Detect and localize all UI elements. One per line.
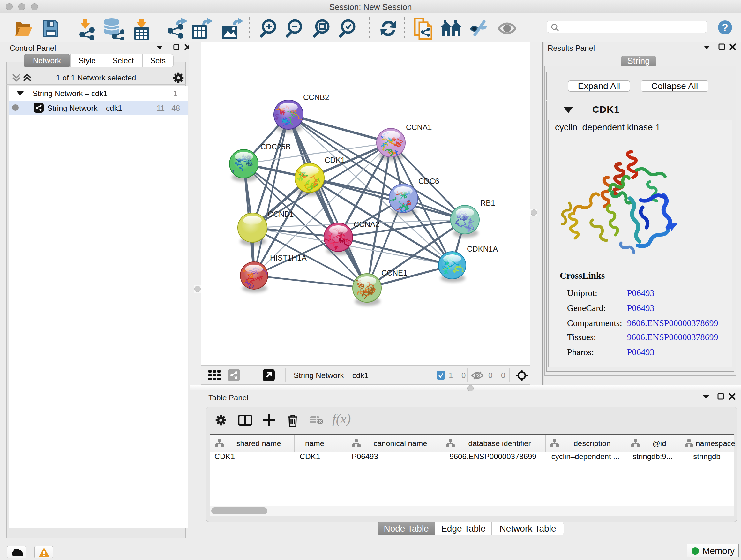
svg-text:CCNE1: CCNE1 — [381, 268, 407, 277]
svg-text:CDC6: CDC6 — [418, 177, 439, 186]
svg-text:HIST1H1A: HIST1H1A — [270, 253, 307, 262]
svg-text:CDKN1A: CDKN1A — [467, 245, 498, 253]
svg-text:CDK1: CDK1 — [325, 156, 345, 165]
svg-text:CCNA1: CCNA1 — [406, 123, 432, 132]
svg-text:CCNB1: CCNB1 — [268, 210, 293, 219]
svg-text:?: ? — [722, 22, 728, 33]
svg-text:RB1: RB1 — [480, 199, 495, 207]
svg-text:CCNB2: CCNB2 — [303, 93, 329, 102]
svg-text:CCNA2: CCNA2 — [354, 220, 380, 229]
svg-text:CDC25B: CDC25B — [260, 142, 291, 151]
